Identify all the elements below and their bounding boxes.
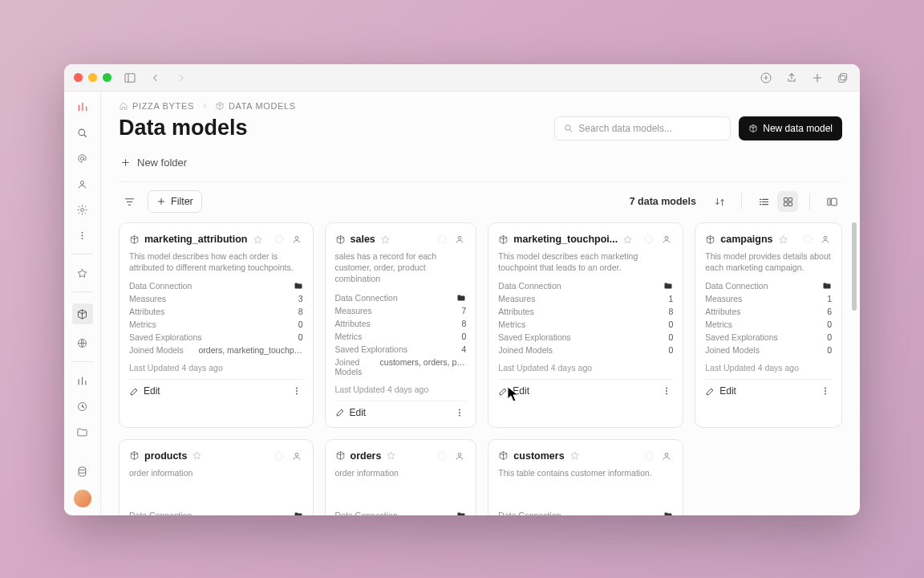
- page-title: Data models: [119, 116, 554, 140]
- breadcrumb-org[interactable]: PIZZA BYTES: [119, 101, 194, 111]
- folders-nav-icon[interactable]: [75, 425, 90, 439]
- cube-icon: [705, 234, 715, 245]
- model-card[interactable]: campaigns This model provides details ab…: [695, 222, 842, 428]
- card-menu-button[interactable]: [453, 406, 466, 419]
- more-nav-icon[interactable]: [75, 228, 90, 242]
- database-nav-icon[interactable]: [75, 464, 90, 478]
- dataconn-label: Data Connection: [335, 511, 398, 515]
- card-title: products: [144, 450, 187, 462]
- mentions-nav-icon[interactable]: [75, 151, 90, 165]
- attributes-label: Attributes: [705, 307, 740, 316]
- new-folder-button[interactable]: New folder: [119, 152, 188, 173]
- minimize-window-button[interactable]: [88, 73, 97, 82]
- metrics-value: 0: [462, 332, 467, 341]
- globe-nav-icon[interactable]: [75, 336, 90, 350]
- app-sidebar: [64, 92, 101, 515]
- joined-value: customers, orders, products: [380, 357, 467, 377]
- saved-value: 0: [668, 332, 673, 342]
- search-input[interactable]: Search data models...: [554, 116, 731, 140]
- favorite-button[interactable]: [569, 450, 580, 461]
- attributes-label: Attributes: [335, 319, 371, 328]
- card-description: This model provides details about each m…: [705, 250, 832, 273]
- folder-icon: [663, 281, 673, 291]
- saved-label: Saved Explorations: [129, 332, 201, 342]
- favorite-button[interactable]: [386, 450, 396, 461]
- search-nav-icon[interactable]: [75, 125, 90, 140]
- main-content: PIZZA BYTES DATA MODELS Data models Sear…: [101, 92, 860, 515]
- edit-icon: [335, 407, 346, 417]
- new-tab-button[interactable]: [810, 71, 825, 85]
- measures-label: Measures: [335, 306, 372, 315]
- cube-icon: [129, 234, 140, 245]
- edit-button[interactable]: Edit: [129, 385, 160, 397]
- list-view-button[interactable]: [753, 191, 774, 212]
- card-description: order information: [129, 467, 303, 488]
- model-card[interactable]: products order information Data Connecti…: [119, 439, 314, 515]
- owner-icon[interactable]: [290, 233, 303, 246]
- status-icon: [436, 450, 448, 462]
- recent-nav-icon[interactable]: [75, 399, 90, 413]
- saved-label: Saved Explorations: [335, 344, 407, 354]
- dataconn-label: Data Connection: [129, 281, 192, 291]
- tabs-button[interactable]: [836, 71, 850, 85]
- favorite-button[interactable]: [380, 234, 391, 245]
- edit-button[interactable]: Edit: [335, 407, 367, 418]
- card-description: This table contains customer information…: [498, 467, 673, 488]
- model-card[interactable]: marketing_attribution This model describ…: [119, 222, 314, 428]
- card-menu-button[interactable]: [819, 385, 832, 397]
- measures-value: 3: [298, 294, 303, 303]
- owner-icon[interactable]: [660, 450, 673, 462]
- sort-button[interactable]: [709, 191, 730, 212]
- scroll-thumb[interactable]: [852, 222, 857, 311]
- nav-forward-button[interactable]: [174, 71, 188, 85]
- last-updated: Last Updated 4 days ago: [129, 356, 303, 374]
- user-avatar[interactable]: [74, 490, 91, 507]
- saved-value: 0: [298, 332, 303, 342]
- folder-icon: [822, 281, 832, 291]
- model-card[interactable]: orders order information Data Connection…: [325, 439, 477, 515]
- attributes-value: 6: [827, 307, 832, 316]
- model-card[interactable]: marketing_touchpoi... This model describ…: [488, 222, 683, 428]
- logo-icon[interactable]: [75, 100, 90, 114]
- dataconn-label: Data Connection: [498, 281, 561, 291]
- share-button[interactable]: [784, 71, 799, 85]
- favorite-button[interactable]: [253, 234, 263, 245]
- close-window-button[interactable]: [74, 73, 83, 82]
- sidebar-toggle-button[interactable]: [123, 71, 137, 85]
- columns-view-button[interactable]: [821, 191, 842, 212]
- favorite-button[interactable]: [622, 234, 633, 245]
- new-data-model-button[interactable]: New data model: [739, 116, 842, 140]
- scrollbar[interactable]: [852, 222, 857, 515]
- owner-icon[interactable]: [819, 233, 832, 246]
- measures-label: Measures: [498, 294, 535, 303]
- owner-icon[interactable]: [660, 233, 673, 246]
- breadcrumb-section[interactable]: DATA MODELS: [215, 101, 296, 111]
- edit-button[interactable]: Edit: [498, 385, 529, 397]
- owner-icon[interactable]: [453, 233, 466, 246]
- model-card[interactable]: sales sales has a record for each custom…: [325, 222, 477, 428]
- nav-back-button[interactable]: [148, 71, 163, 85]
- card-menu-button[interactable]: [290, 385, 303, 397]
- favorite-button[interactable]: [192, 450, 202, 461]
- data-models-nav-icon[interactable]: [72, 303, 93, 324]
- charts-nav-icon[interactable]: [75, 373, 90, 388]
- edit-button[interactable]: Edit: [705, 385, 736, 397]
- filter-lines-button[interactable]: [119, 191, 140, 212]
- card-menu-button[interactable]: [660, 385, 673, 397]
- people-nav-icon[interactable]: [75, 177, 90, 191]
- attributes-value: 8: [462, 319, 467, 328]
- last-updated: Last Updated 4 days ago: [498, 356, 673, 374]
- download-button[interactable]: [759, 71, 773, 85]
- owner-icon[interactable]: [453, 450, 466, 462]
- model-card[interactable]: customers This table contains customer i…: [488, 439, 683, 515]
- folder-icon: [663, 511, 673, 515]
- maximize-window-button[interactable]: [103, 73, 111, 82]
- grid-view-button[interactable]: [777, 191, 798, 212]
- settings-nav-icon[interactable]: [75, 202, 90, 217]
- favorites-nav-icon[interactable]: [75, 266, 90, 280]
- favorite-button[interactable]: [778, 234, 788, 245]
- owner-icon[interactable]: [290, 450, 303, 462]
- attributes-value: 8: [668, 307, 673, 316]
- filter-button[interactable]: Filter: [148, 190, 202, 213]
- cards-grid: marketing_attribution This model describ…: [101, 222, 860, 515]
